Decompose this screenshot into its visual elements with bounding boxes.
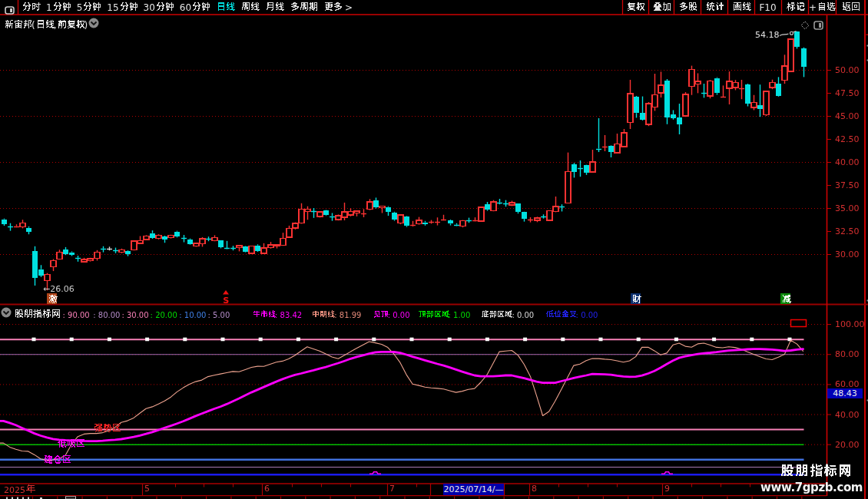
text-run: 54.18 [755, 30, 780, 40]
toolbar-button-多股[interactable] [674, 0, 701, 15]
period-menu: 15153060 > [22, 0, 353, 15]
zone-label [93, 424, 121, 435]
date-label: 6 [264, 484, 270, 493]
price-label: 50.00 [835, 66, 860, 74]
cjk-glyph [51, 309, 62, 318]
cjk-glyph [25, 484, 37, 493]
text-run: 15 [107, 2, 118, 13]
toolbar-button-复权[interactable] [622, 0, 648, 15]
chevron-down-circle-icon[interactable] [88, 17, 99, 31]
text-run: : 0.00 [576, 311, 598, 319]
indicator-param: : 10.00 [179, 306, 206, 321]
menu-item-5分钟[interactable]: 5 [77, 2, 101, 12]
date-label: 7 [389, 484, 395, 493]
cjk-glyph [823, 464, 838, 477]
cjk-glyph [687, 2, 699, 11]
menu-item-15分钟[interactable]: 15 [107, 2, 137, 12]
menu-item-30分钟[interactable]: 30 [144, 2, 174, 12]
svg-text:S: S [223, 296, 229, 306]
text-run: : 0.00 [388, 311, 410, 319]
price-label: 37.50 [835, 181, 860, 190]
date-label: 5 [144, 484, 150, 493]
cjk-glyph [164, 2, 176, 11]
cjk-glyph [274, 2, 286, 11]
text-run: 8 [532, 484, 537, 494]
selected-date-badge[interactable]: 2025/07/14/— [443, 484, 504, 495]
price-label: 40.00 [835, 158, 860, 167]
chart-canvas: S [0, 0, 868, 499]
indicator-axis-label: 40.00 [835, 411, 860, 419]
panel-right-icon[interactable] [813, 18, 823, 33]
indicator-param: : 1.00 [418, 306, 471, 321]
cjk-glyph [31, 2, 42, 11]
menu-item-月线[interactable] [265, 2, 283, 12]
price-label: 47.50 [835, 89, 860, 97]
indicator-param: : 30.00 [121, 306, 148, 321]
top-toolbar: 15153060 > F10+ [0, 0, 868, 15]
cjk-glyph [780, 464, 795, 477]
menu-item-更多 >[interactable]: > [323, 2, 353, 12]
menu-item-1分钟[interactable]: 1 [46, 2, 71, 12]
watermark-site-name [780, 464, 852, 480]
text-run: : 10.00 [179, 311, 206, 319]
text-run: + [809, 2, 817, 13]
cjk-glyph [661, 2, 673, 11]
price-label: 32.50 [835, 227, 860, 236]
toolbar-button-F10[interactable]: F10 [754, 0, 781, 15]
diamond-icon[interactable] [800, 18, 810, 33]
text-run: 5 [77, 2, 83, 13]
cjk-glyph [631, 295, 643, 303]
indicator-param: : 0.00 [545, 306, 598, 321]
text-run: : 5.00 [208, 311, 230, 319]
cjk-glyph [795, 2, 807, 11]
toolbar-button-+自选[interactable]: + [808, 0, 836, 15]
text-run: 1 [46, 2, 52, 13]
toolbar-button-画线[interactable] [727, 0, 754, 15]
text-run: : 90.00 [63, 311, 90, 319]
text-run: ) [84, 20, 88, 31]
cjk-glyph [48, 295, 59, 303]
toolbar-button-叠加[interactable] [648, 0, 674, 15]
text-run: 2025/07/14/— [443, 484, 503, 494]
menu-item-60分钟[interactable]: 60 [180, 2, 210, 12]
toolbar-button-统计[interactable] [701, 0, 727, 15]
chevron-down-circle-icon[interactable] [1, 306, 12, 321]
text-run: 30 [144, 2, 155, 13]
event-marker-减[interactable] [780, 293, 790, 304]
cjk-glyph [111, 424, 123, 432]
event-marker-激[interactable] [47, 293, 57, 304]
indicator-axis-label: 60.00 [835, 380, 860, 388]
event-marker-财[interactable] [631, 293, 641, 304]
indicator-name[interactable] [14, 306, 60, 321]
menu-item-日线[interactable] [216, 2, 234, 12]
text-run: : 1.00 [449, 311, 471, 319]
price-label: 30.00 [835, 250, 860, 259]
cjk-glyph [225, 2, 237, 11]
low-price-annotation: ←26.06 [43, 285, 75, 293]
cjk-glyph [75, 439, 87, 448]
cjk-glyph [250, 2, 261, 11]
indicator-axis-label: 20.00 [835, 441, 860, 449]
text-run: : 80.00 [93, 311, 120, 319]
date-label: 8 [532, 484, 537, 493]
price-label: 45.00 [835, 112, 860, 121]
indicator-axis-label: 100.00 [835, 320, 865, 329]
indicator-param: : 80.00 [93, 306, 120, 321]
text-run: 6 [264, 484, 270, 494]
menu-item-分时[interactable] [22, 2, 40, 12]
text-run: : 0.00 [512, 311, 534, 319]
cjk-glyph [200, 2, 212, 11]
panel-split-icon[interactable] [5, 3, 15, 18]
menu-item-多周期[interactable] [290, 2, 317, 12]
cjk-glyph [91, 2, 103, 11]
menu-item-周线[interactable] [240, 2, 259, 12]
toolbar-button-标记[interactable] [781, 0, 808, 15]
cjk-glyph [781, 295, 793, 303]
indicator-param: : 83.42 [252, 306, 302, 321]
indicator-param: : 81.99 [311, 306, 361, 321]
indicator-param: : 0.00 [373, 306, 410, 321]
price-label: 42.50 [835, 135, 860, 144]
date-label: 9 [664, 484, 670, 493]
text-run: : 83.42 [275, 311, 302, 319]
toolbar-button-返回[interactable] [836, 0, 865, 15]
